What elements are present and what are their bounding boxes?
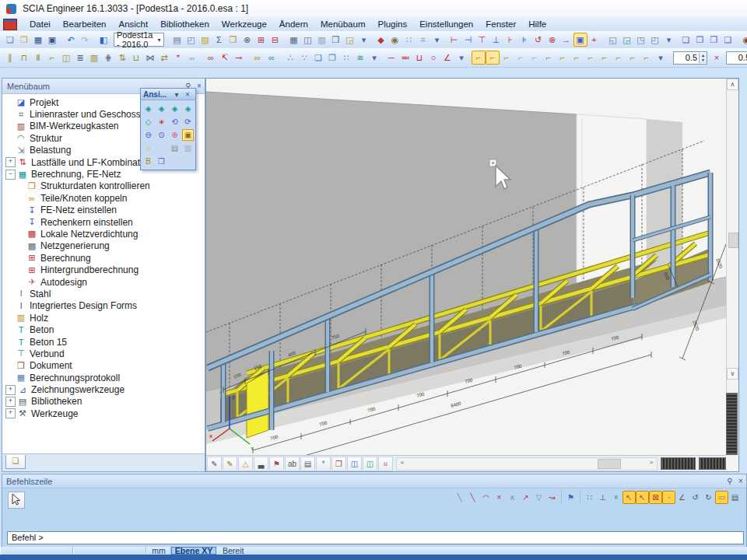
- vscroll-thumb[interactable]: [728, 233, 738, 248]
- zoom-selection-icon[interactable]: ⊕: [169, 129, 181, 141]
- snap-arc-icon[interactable]: ↻: [702, 491, 715, 504]
- tree-expander[interactable]: [16, 242, 25, 250]
- load-panel-7-icon[interactable]: ⌐: [556, 51, 570, 65]
- gallery-book-icon[interactable]: ❒: [331, 457, 346, 471]
- snap-nodes-icon[interactable]: ↖: [636, 491, 649, 504]
- polyline-tool-icon[interactable]: ╲: [466, 491, 479, 504]
- menu-bearbeiten[interactable]: Bearbeiten: [57, 18, 113, 30]
- edit-pencil-2-icon[interactable]: ✎: [223, 457, 237, 471]
- line-tool-icon[interactable]: ╲: [453, 491, 466, 504]
- menu-fenster[interactable]: Fenster: [479, 18, 522, 30]
- viewport-canvas[interactable]: 700 700 700 700 700 700 700 700 8400 100…: [206, 79, 726, 455]
- spinner-down-icon[interactable]: ▾: [700, 58, 707, 63]
- select-previous-icon[interactable]: ↺: [531, 33, 545, 47]
- overflow-icon[interactable]: ▾: [367, 51, 381, 65]
- results-frame-icon[interactable]: ⊟: [268, 33, 282, 47]
- tree-beton[interactable]: T Beton: [2, 324, 205, 335]
- select-cursor-flag-icon[interactable]: ⚑: [564, 491, 577, 504]
- tree-expander[interactable]: +: [5, 157, 16, 167]
- close-icon[interactable]: ×: [182, 90, 193, 99]
- zoom-window-icon[interactable]: ▣: [182, 129, 194, 141]
- load-panel-5-icon[interactable]: ⌐: [528, 51, 542, 65]
- snap-table-icon[interactable]: ▤: [728, 491, 742, 504]
- print-view-icon[interactable]: ▤: [300, 457, 315, 471]
- draw-angle-icon[interactable]: ∠: [440, 51, 454, 65]
- scia-app-icon[interactable]: [3, 19, 17, 30]
- load-panel-6-icon[interactable]: ⌐: [542, 51, 556, 65]
- grid-settings-icon[interactable]: ⌗: [378, 457, 393, 471]
- new-rib-icon[interactable]: ⋕: [101, 51, 115, 65]
- tree-expander[interactable]: [5, 362, 14, 370]
- select-prop-icon[interactable]: ⊧: [517, 33, 531, 47]
- palette-separator[interactable]: [156, 142, 167, 154]
- rotate-left-icon[interactable]: ⟲: [169, 116, 181, 128]
- tree-dokument[interactable]: ❒ Dokument: [2, 360, 205, 372]
- overflow-icon[interactable]: ▾: [430, 33, 444, 47]
- view-palette-header[interactable]: Ansi... ▾ ×: [141, 89, 195, 100]
- render-box-icon[interactable]: ◰: [184, 33, 198, 47]
- scale-spinner-2[interactable]: 0.5 ▴▾: [726, 51, 747, 65]
- menu-datei[interactable]: Datei: [23, 18, 57, 30]
- view-iso-1-icon[interactable]: ◈: [142, 103, 154, 114]
- load-panel-13-icon[interactable]: ⌐: [640, 51, 654, 65]
- close-icon[interactable]: ×: [735, 477, 746, 485]
- snap-tangent-icon[interactable]: ↺: [689, 491, 702, 504]
- minimized-window-bar-2[interactable]: [699, 457, 726, 470]
- tree-expander[interactable]: [5, 146, 14, 155]
- cascade-window-icon[interactable]: ❐: [693, 33, 707, 47]
- save-all-icon[interactable]: ▦: [31, 33, 45, 47]
- display-mode-3-icon[interactable]: ◳: [634, 33, 648, 47]
- load-panel-8-icon[interactable]: ⌐: [570, 51, 584, 65]
- select-filter-icon[interactable]: ▣: [573, 33, 587, 47]
- scroll-left-icon[interactable]: <: [397, 458, 408, 468]
- spinner-buttons[interactable]: ▴▾: [699, 53, 707, 63]
- select-arrow-icon[interactable]: →: [559, 33, 573, 47]
- levels-icon[interactable]: ▃: [254, 457, 268, 471]
- view-params-icon[interactable]: ◫: [347, 457, 362, 471]
- tree-expander[interactable]: [16, 254, 25, 262]
- formula-icon[interactable]: Σ: [212, 33, 226, 47]
- tree-fenetz-einstellen[interactable]: ↧ FE-Netz einstellen: [2, 205, 205, 216]
- shading-icon[interactable]: △: [238, 457, 253, 471]
- layers-icon[interactable]: ▨: [198, 33, 212, 47]
- redo-icon[interactable]: ↷: [78, 33, 92, 47]
- tree-strukturdaten[interactable]: ❒ Strukturdaten kontrollieren: [2, 180, 205, 192]
- view-iso-4-icon[interactable]: ◈: [182, 103, 194, 114]
- menu-menuebaum[interactable]: Menübaum: [314, 18, 372, 30]
- tree-autodesign[interactable]: ✈ Autodesign: [2, 276, 205, 288]
- tree-expander[interactable]: [5, 313, 14, 322]
- print-preview-icon[interactable]: ◫: [301, 33, 315, 47]
- menu-hilfe[interactable]: Hilfe: [522, 18, 552, 30]
- light-icon[interactable]: ☼: [142, 142, 154, 154]
- tree-beton15[interactable]: T Beton 15: [2, 336, 205, 348]
- draw-parallel-icon[interactable]: ≕: [398, 51, 412, 65]
- scale-x-icon[interactable]: ×: [710, 51, 724, 65]
- filter-tool-icon[interactable]: ▽: [532, 491, 545, 504]
- move-multi-icon[interactable]: ∵: [297, 51, 311, 65]
- menubaum-tab[interactable]: ❏: [5, 455, 26, 469]
- tree-werkzeuge[interactable]: + ⚒ Werkzeuge: [2, 408, 205, 419]
- draw-circle-icon[interactable]: ○: [426, 51, 440, 65]
- tree-berechnung[interactable]: ⊞ Berechnung: [2, 252, 205, 264]
- tree-expander[interactable]: [16, 182, 25, 191]
- tree-expander[interactable]: [16, 218, 25, 226]
- zoom-all-icon[interactable]: ⊙: [156, 129, 167, 141]
- explode-icon[interactable]: *: [171, 51, 185, 65]
- display-mode-2-icon[interactable]: ◲: [620, 33, 634, 47]
- tree-expander[interactable]: [5, 98, 14, 107]
- view-z-icon[interactable]: ◇: [142, 116, 154, 128]
- undo-icon[interactable]: ↶: [64, 33, 78, 47]
- tree-stahl[interactable]: Ⅰ Stahl: [2, 288, 205, 299]
- tree-expander[interactable]: [16, 266, 25, 275]
- tree-expander[interactable]: [16, 194, 25, 202]
- tree-expander[interactable]: [5, 338, 14, 346]
- tree-expander[interactable]: [16, 278, 25, 286]
- rotate-right-icon[interactable]: ⟳: [182, 116, 194, 128]
- working-plane-indicator[interactable]: Ebene XY: [171, 547, 216, 555]
- window-split-icon[interactable]: ◧: [96, 33, 110, 47]
- tree-expander[interactable]: [16, 206, 25, 215]
- paste-special-icon[interactable]: ❐: [325, 51, 339, 65]
- minimized-window-bar-vertical[interactable]: [726, 393, 738, 455]
- selection-cursor-button[interactable]: [8, 492, 25, 509]
- storey-icon[interactable]: ⌗: [416, 33, 430, 47]
